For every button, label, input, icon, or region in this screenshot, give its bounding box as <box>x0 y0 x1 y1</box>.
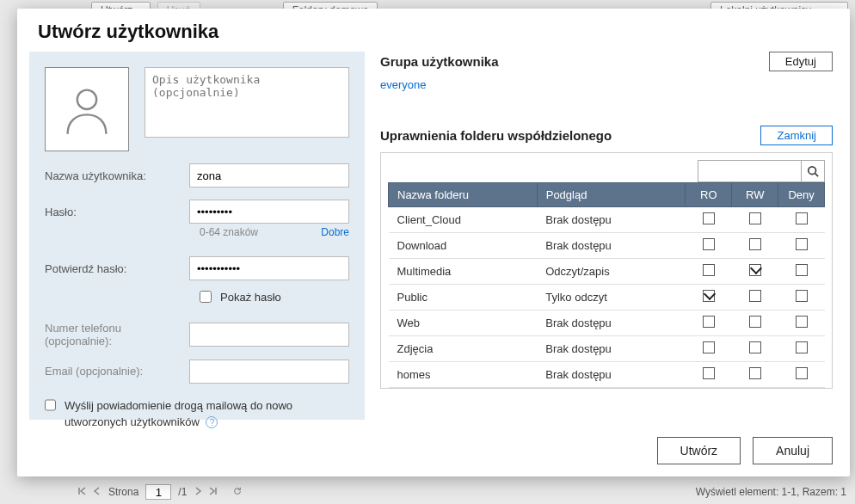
user-group-title: Grupa użytkownika <box>380 54 499 69</box>
ro-cell <box>686 310 732 336</box>
confirm-password-input[interactable] <box>189 256 349 280</box>
permissions-panel: Nazwa folderu Podgląd RO RW Deny Client_… <box>380 152 833 389</box>
preview-cell: Tylko odczyt <box>537 285 686 310</box>
edit-group-button[interactable]: Edytuj <box>769 52 833 71</box>
svg-point-0 <box>77 90 96 109</box>
username-input[interactable] <box>189 163 349 187</box>
rw-checkbox[interactable] <box>749 264 761 276</box>
email-input[interactable] <box>189 360 349 384</box>
ro-cell <box>686 207 732 233</box>
col-preview[interactable]: Podgląd <box>537 183 686 207</box>
rw-checkbox[interactable] <box>749 238 761 250</box>
description-input[interactable] <box>145 67 349 138</box>
bg-footer: Strona /1 Wyświetl element: 1-1, Razem: … <box>0 480 855 504</box>
rw-checkbox[interactable] <box>749 316 761 328</box>
show-password-label: Pokaż hasło <box>220 289 281 306</box>
rw-checkbox[interactable] <box>749 290 761 302</box>
deny-checkbox[interactable] <box>796 290 808 302</box>
deny-checkbox[interactable] <box>796 341 808 353</box>
deny-cell <box>778 207 825 233</box>
rw-checkbox[interactable] <box>749 367 761 379</box>
col-deny[interactable]: Deny <box>778 183 825 207</box>
folder-name-cell: Download <box>389 233 538 259</box>
deny-cell <box>778 285 825 310</box>
table-row: PublicTylko odczyt <box>389 285 825 310</box>
ro-cell <box>686 336 732 362</box>
show-password-checkbox[interactable] <box>200 291 212 303</box>
deny-checkbox[interactable] <box>796 316 808 328</box>
svg-point-1 <box>809 167 816 175</box>
rw-cell <box>732 362 778 388</box>
confirm-password-label: Potwierdź hasło: <box>45 262 181 275</box>
col-folder-name[interactable]: Nazwa folderu <box>389 183 538 207</box>
ro-checkbox[interactable] <box>703 316 715 328</box>
pager-page-label: Strona <box>108 486 138 498</box>
pager-first-icon[interactable] <box>77 486 86 498</box>
table-row: WebBrak dostępu <box>389 310 825 336</box>
pager-next-icon[interactable] <box>194 486 202 498</box>
ro-checkbox[interactable] <box>703 367 715 379</box>
phone-input[interactable] <box>189 323 349 347</box>
group-everyone-link[interactable]: everyone <box>380 78 833 91</box>
pager-last-icon[interactable] <box>209 486 218 498</box>
create-button[interactable]: Utwórz <box>657 437 741 464</box>
deny-checkbox[interactable] <box>796 212 808 224</box>
deny-cell <box>778 336 825 362</box>
rw-cell <box>732 259 778 285</box>
shared-folder-perm-title: Uprawnienia folderu współdzielonego <box>380 128 612 143</box>
password-input[interactable] <box>189 200 349 224</box>
perm-search-input[interactable] <box>698 160 801 182</box>
bg-pager: Strona /1 <box>77 484 242 500</box>
folder-name-cell: Multimedia <box>389 259 538 285</box>
rw-cell <box>732 310 778 336</box>
preview-cell: Odczyt/zapis <box>537 259 686 285</box>
preview-cell: Brak dostępu <box>537 233 686 259</box>
left-panel: Nazwa użytkownika: Hasło: 0-64 znaków Do… <box>29 52 365 420</box>
rw-checkbox[interactable] <box>749 212 761 224</box>
phone-label: Numer telefonu (opcjonalnie): <box>45 322 181 347</box>
deny-cell <box>778 259 825 285</box>
avatar-placeholder[interactable] <box>45 67 129 151</box>
rw-checkbox[interactable] <box>749 341 761 353</box>
rw-cell <box>732 336 778 362</box>
ro-cell <box>686 259 732 285</box>
password-strength-label: Dobre <box>321 226 349 238</box>
pager-page-input[interactable] <box>145 484 171 500</box>
ro-checkbox[interactable] <box>703 341 715 353</box>
deny-checkbox[interactable] <box>796 238 808 250</box>
perm-search-button[interactable] <box>801 160 825 182</box>
pager-refresh-icon[interactable] <box>233 486 242 498</box>
pager-total: /1 <box>178 486 187 498</box>
ro-checkbox[interactable] <box>703 212 715 224</box>
preview-cell: Brak dostępu <box>537 207 686 233</box>
cancel-button[interactable]: Anuluj <box>753 437 833 464</box>
info-icon[interactable]: ? <box>206 416 218 428</box>
preview-cell: Brak dostępu <box>537 362 686 388</box>
ro-checkbox[interactable] <box>703 238 715 250</box>
deny-checkbox[interactable] <box>796 367 808 379</box>
password-label: Hasło: <box>45 206 181 218</box>
bg-status-text: Wyświetl element: 1-1, Razem: 1 <box>696 486 846 498</box>
table-row: MultimediaOdczyt/zapis <box>389 259 825 285</box>
create-user-dialog: Utwórz użytkownika Nazwa użytkownika: Ha… <box>17 9 850 476</box>
ro-checkbox[interactable] <box>703 290 715 302</box>
password-range-hint: 0-64 znaków <box>200 226 258 238</box>
search-icon <box>807 165 819 177</box>
notify-checkbox[interactable] <box>45 399 56 411</box>
rw-cell <box>732 233 778 259</box>
notify-label: Wyślij powiadomienie drogą mailową do no… <box>65 397 349 429</box>
username-label: Nazwa użytkownika: <box>45 169 181 182</box>
table-row: ZdjęciaBrak dostępu <box>389 336 825 362</box>
email-label: Email (opcjonalnie): <box>45 365 181 378</box>
folder-name-cell: Web <box>389 310 538 336</box>
table-row: homesBrak dostępu <box>389 362 825 388</box>
pager-prev-icon[interactable] <box>93 486 101 498</box>
close-perm-button[interactable]: Zamknij <box>760 126 833 145</box>
col-rw[interactable]: RW <box>732 183 778 207</box>
deny-checkbox[interactable] <box>796 264 808 276</box>
person-icon <box>59 82 114 137</box>
deny-cell <box>778 310 825 336</box>
col-ro[interactable]: RO <box>686 183 732 207</box>
ro-checkbox[interactable] <box>703 264 715 276</box>
folder-name-cell: Public <box>389 285 538 310</box>
